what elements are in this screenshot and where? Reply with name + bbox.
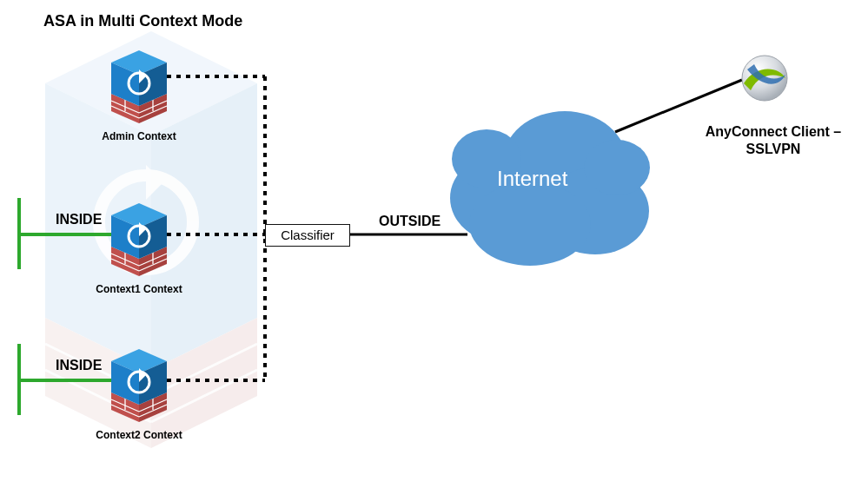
anyconnect-icon xyxy=(739,52,791,104)
svg-point-26 xyxy=(584,140,650,195)
inside-label-1: INSIDE xyxy=(56,212,102,228)
classifier-box: Classifier xyxy=(265,224,350,247)
admin-context-label: Admin Context xyxy=(87,130,191,142)
context2-icon xyxy=(108,342,169,420)
context2-label: Context2 Context xyxy=(87,429,191,441)
inside-label-2: INSIDE xyxy=(56,358,102,373)
context1-label: Context1 Context xyxy=(87,283,191,295)
anyconnect-label: AnyConnect Client – SSLVPN xyxy=(695,123,851,158)
internet-label: Internet xyxy=(497,167,567,191)
svg-point-24 xyxy=(469,182,591,266)
admin-context-icon xyxy=(108,43,169,122)
diagram-title: ASA in Multi Context Mode xyxy=(43,12,242,30)
anyconnect-label-line2: SSLVPN xyxy=(746,142,801,156)
context1-icon xyxy=(108,196,169,274)
diagram-canvas: ASA in Multi Context Mode Internet Cla xyxy=(0,0,868,488)
outside-label: OUTSIDE xyxy=(379,214,441,229)
anyconnect-label-line1: AnyConnect Client – xyxy=(706,124,841,139)
